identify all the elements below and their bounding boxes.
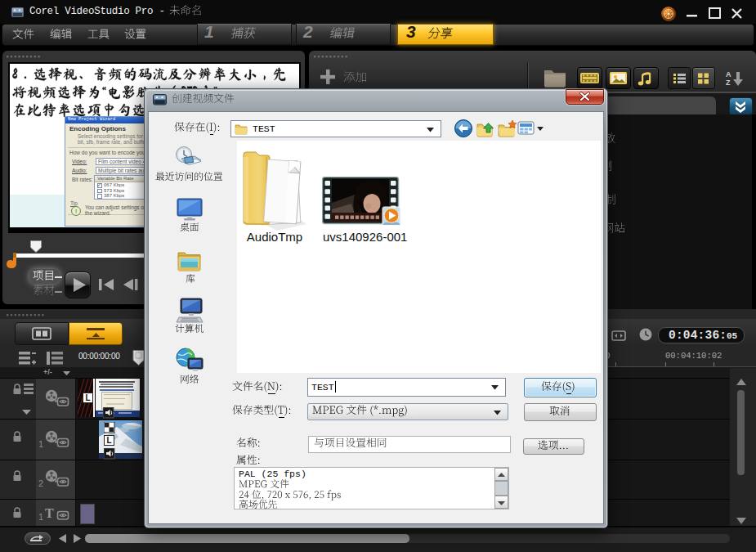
svg-text:!: !	[75, 208, 77, 215]
svg-text:A: A	[726, 70, 731, 79]
svg-text:Z: Z	[726, 79, 731, 87]
svg-text:1: 1	[38, 512, 43, 522]
svg-text:2: 2	[38, 478, 43, 488]
svg-text:1: 1	[38, 439, 43, 449]
svg-text:T: T	[45, 506, 54, 520]
